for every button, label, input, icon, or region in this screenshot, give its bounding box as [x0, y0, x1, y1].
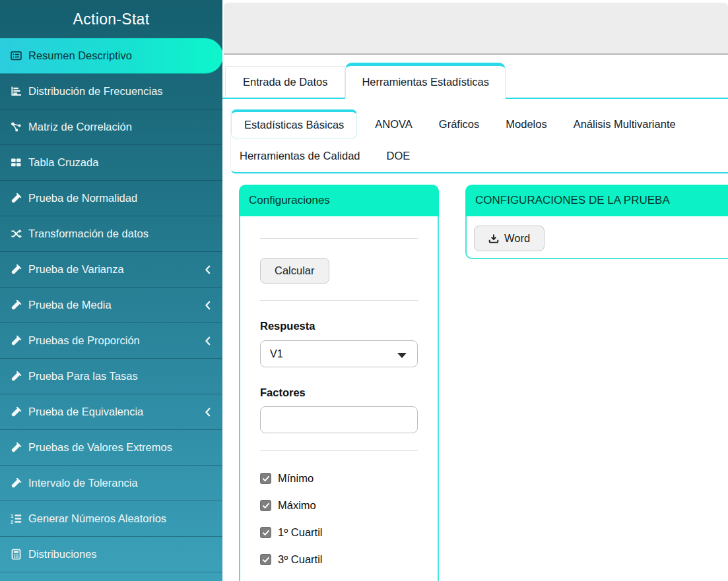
vial-icon [10, 406, 22, 417]
checkbox-checked-icon [260, 500, 271, 511]
subtab-label: Gráficos [439, 118, 479, 131]
subtab-label: ANOVA [375, 118, 413, 131]
vial-icon [10, 299, 22, 311]
vial-icon [10, 335, 22, 346]
checkbox-label: Mínimo [278, 472, 314, 485]
sidebar-item-pruebas-de-valores-extremos[interactable]: Pruebas de Valores Extremos [0, 430, 222, 466]
sidebar-item-pruebas-de-proporcion[interactable]: Pruebas de Proporción [0, 323, 222, 359]
response-select-value: V1 [270, 348, 283, 360]
panels-area: Configuraciones Calcular Respuesta V1 Fa… [239, 185, 728, 581]
subtab-label: Herramientas de Calidad [240, 150, 360, 162]
factors-input[interactable] [260, 406, 418, 433]
checkbox-maximo[interactable]: Máximo [260, 499, 418, 512]
chevron-left-icon [203, 264, 213, 275]
subtab-label: DOE [387, 150, 411, 162]
sidebar-item-label: Distribución de Frecuencias [28, 85, 213, 98]
checkbox-checked-icon [260, 527, 271, 538]
sidebar-item-prueba-para-las-tasas[interactable]: Prueba Para las Tasas [0, 359, 222, 394]
divider [260, 300, 418, 301]
checkbox-label: 3º Cuartil [278, 553, 322, 566]
list-alt-icon [10, 50, 22, 61]
subtab-label: Modelos [506, 118, 546, 131]
sidebar: Action-Stat Resumen Descriptivo Distribu… [0, 0, 222, 581]
sidebar-item-label: Matriz de Correlación [28, 121, 213, 133]
vial-icon [10, 371, 22, 382]
results-panel-body: Word [465, 216, 728, 259]
results-panel-title: CONFIGURACIONES DE LA PRUEBA [465, 185, 728, 216]
tab-label: Herramientas Estadísticas [362, 76, 489, 88]
sidebar-item-prueba-de-media[interactable]: Prueba de Media [0, 288, 222, 323]
sidebar-item-label: Tabla Cruzada [28, 156, 213, 169]
vial-icon [10, 442, 22, 453]
results-panel: CONFIGURACIONES DE LA PRUEBA Word [465, 185, 728, 259]
factors-label: Factores [260, 386, 418, 399]
sidebar-item-prueba-de-equivalencia[interactable]: Prueba de Equivalencia [0, 394, 222, 430]
sidebar-item-prueba-de-normalidad[interactable]: Prueba de Normalidad [0, 181, 222, 216]
word-export-button[interactable]: Word [474, 226, 545, 251]
sidebar-item-resumen-descriptivo[interactable]: Resumen Descriptivo [0, 38, 223, 74]
app-window: Action-Stat Resumen Descriptivo Distribu… [0, 0, 728, 581]
vial-icon [10, 477, 22, 489]
bar-chart-icon [10, 86, 22, 97]
main-tab-bar: Entrada de Datos Herramientas Estadístic… [222, 63, 728, 99]
sidebar-item-generar-numeros-aleatorios[interactable]: Generar Números Aleatorios [0, 501, 222, 537]
subtab-graficos[interactable]: Gráficos [430, 109, 488, 138]
sidebar-item-intervalo-de-tolerancia[interactable]: Intervalo de Tolerancia [0, 466, 222, 501]
tab-entrada-de-datos[interactable]: Entrada de Datos [225, 66, 345, 98]
sidebar-item-prueba-de-varianza[interactable]: Prueba de Varianza [0, 252, 222, 288]
tab-label: Entrada de Datos [243, 76, 327, 88]
checkbox-tercer-cuartil[interactable]: 3º Cuartil [260, 553, 418, 566]
sidebar-item-label: Pruebas de Proporción [28, 334, 199, 347]
shuffle-icon [10, 228, 22, 239]
checkbox-checked-icon [260, 554, 271, 565]
response-label: Respuesta [260, 320, 418, 332]
subtab-herramientas-de-calidad[interactable]: Herramientas de Calidad [231, 142, 369, 169]
vial-icon [10, 193, 22, 204]
calculate-button[interactable]: Calcular [260, 258, 329, 284]
sidebar-item-label: Prueba de Equivalencia [28, 406, 199, 418]
config-panel: Configuraciones Calcular Respuesta V1 Fa… [239, 185, 439, 581]
network-icon [10, 121, 22, 133]
subtab-anova[interactable]: ANOVA [366, 109, 421, 138]
config-panel-title: Configuraciones [239, 185, 439, 216]
checkbox-label: Máximo [278, 499, 316, 512]
calculator-icon [10, 549, 22, 560]
word-button-label: Word [504, 232, 530, 245]
subtab-analisis-multivariante[interactable]: Análisis Multivariante [565, 109, 684, 138]
top-header-band [224, 3, 728, 55]
divider [260, 238, 418, 239]
tab-herramientas-estadisticas[interactable]: Herramientas Estadísticas [345, 63, 506, 99]
subtab-doe[interactable]: DOE [378, 142, 419, 169]
sidebar-item-label: Prueba Para las Tasas [28, 370, 213, 382]
sidebar-item-distribucion-de-frecuencias[interactable]: Distribución de Frecuencias [0, 74, 222, 109]
divider [260, 450, 418, 451]
subtab-estadisticas-basicas[interactable]: Estadísticas Básicas [231, 109, 357, 138]
sidebar-item-label: Distribuciones [28, 548, 213, 561]
chevron-left-icon [203, 300, 213, 311]
sidebar-item-label: Transformación de datos [28, 228, 213, 240]
checkbox-checked-icon [260, 473, 271, 484]
sidebar-item-label: Intervalo de Tolerancia [28, 477, 213, 489]
main-content: Entrada de Datos Herramientas Estadístic… [222, 0, 728, 581]
sidebar-item-distribuciones[interactable]: Distribuciones [0, 537, 222, 572]
sidebar-item-label: Prueba de Media [28, 299, 199, 311]
checkbox-primer-cuartil[interactable]: 1º Cuartil [260, 526, 418, 539]
response-select[interactable]: V1 [260, 340, 418, 367]
download-icon [488, 233, 499, 244]
statistics-checkbox-group: Mínimo Máximo 1º Cuartil 3º Cuartil [260, 472, 418, 566]
sidebar-item-transformacion-de-datos[interactable]: Transformación de datos [0, 216, 222, 252]
chevron-left-icon [203, 336, 213, 346]
sub-tab-bar: Estadísticas Básicas ANOVA Gráficos Mode… [230, 109, 728, 173]
vial-icon [10, 264, 22, 275]
checkbox-minimo[interactable]: Mínimo [260, 472, 418, 485]
sidebar-item-matriz-de-correlacion[interactable]: Matriz de Correlación [0, 109, 222, 145]
sidebar-item-label: Prueba de Normalidad [28, 192, 213, 204]
sidebar-item-label: Pruebas de Valores Extremos [28, 441, 213, 454]
app-title: Action-Stat [0, 0, 222, 38]
subtab-label: Estadísticas Básicas [244, 119, 344, 131]
sidebar-item-tabla-cruzada[interactable]: Tabla Cruzada [0, 145, 222, 181]
sidebar-item-label: Resumen Descriptivo [28, 49, 214, 62]
caret-down-icon [397, 353, 407, 358]
subtab-modelos[interactable]: Modelos [497, 109, 555, 138]
checkbox-label: 1º Cuartil [278, 526, 322, 539]
